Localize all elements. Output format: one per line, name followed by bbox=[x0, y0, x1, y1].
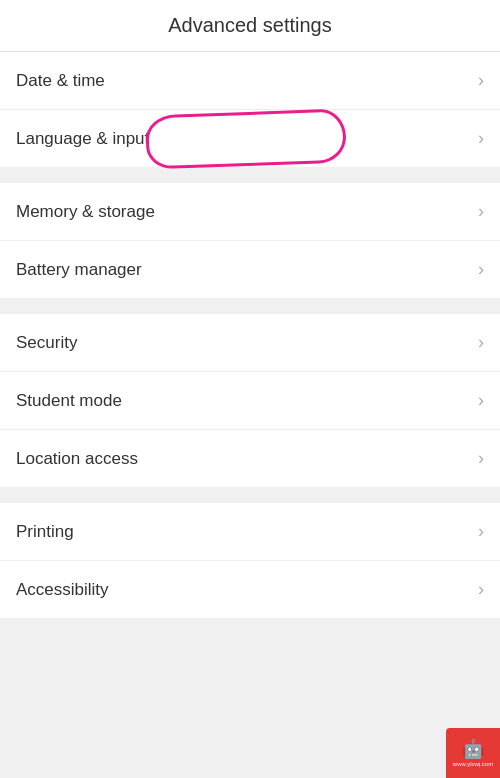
student-mode-item[interactable]: Student mode › bbox=[0, 372, 500, 430]
divider-3 bbox=[0, 495, 500, 503]
language-input-item[interactable]: Language & input › bbox=[0, 110, 500, 167]
settings-list: Date & time › Language & input › Memory … bbox=[0, 52, 500, 618]
printing-label: Printing bbox=[16, 522, 74, 542]
memory-storage-label: Memory & storage bbox=[16, 202, 155, 222]
language-input-label: Language & input bbox=[16, 129, 149, 149]
accessibility-label: Accessibility bbox=[16, 580, 109, 600]
page-title: Advanced settings bbox=[168, 14, 331, 36]
date-time-chevron: › bbox=[478, 70, 484, 91]
printing-chevron: › bbox=[478, 521, 484, 542]
date-time-item[interactable]: Date & time › bbox=[0, 52, 500, 110]
memory-storage-item[interactable]: Memory & storage › bbox=[0, 183, 500, 241]
divider-2 bbox=[0, 306, 500, 314]
accessibility-chevron: › bbox=[478, 579, 484, 600]
divider-1 bbox=[0, 175, 500, 183]
memory-storage-chevron: › bbox=[478, 201, 484, 222]
security-chevron: › bbox=[478, 332, 484, 353]
battery-manager-chevron: › bbox=[478, 259, 484, 280]
battery-manager-label: Battery manager bbox=[16, 260, 142, 280]
security-item[interactable]: Security › bbox=[0, 314, 500, 372]
watermark-text: www.ylzwj.com bbox=[453, 761, 493, 768]
location-access-item[interactable]: Location access › bbox=[0, 430, 500, 487]
location-access-chevron: › bbox=[478, 448, 484, 469]
accessibility-item[interactable]: Accessibility › bbox=[0, 561, 500, 618]
location-access-label: Location access bbox=[16, 449, 138, 469]
battery-manager-item[interactable]: Battery manager › bbox=[0, 241, 500, 298]
group-security: Security › Student mode › Location acces… bbox=[0, 314, 500, 487]
group-storage: Memory & storage › Battery manager › bbox=[0, 183, 500, 298]
watermark-badge: 🤖 www.ylzwj.com bbox=[446, 728, 500, 778]
header: Advanced settings bbox=[0, 0, 500, 52]
date-time-label: Date & time bbox=[16, 71, 105, 91]
robot-icon: 🤖 bbox=[462, 738, 484, 760]
language-input-chevron: › bbox=[478, 128, 484, 149]
group-accessibility: Printing › Accessibility › bbox=[0, 503, 500, 618]
group-datetime: Date & time › Language & input › bbox=[0, 52, 500, 167]
security-label: Security bbox=[16, 333, 77, 353]
printing-item[interactable]: Printing › bbox=[0, 503, 500, 561]
student-mode-label: Student mode bbox=[16, 391, 122, 411]
student-mode-chevron: › bbox=[478, 390, 484, 411]
language-circle-annotation bbox=[145, 108, 347, 169]
